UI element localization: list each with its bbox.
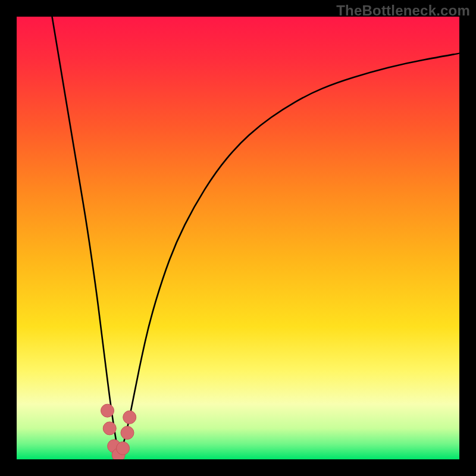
plot-svg — [17, 17, 459, 459]
marker-dot — [123, 411, 136, 424]
gradient-background — [17, 17, 459, 459]
marker-dot — [101, 404, 114, 417]
marker-dot — [121, 426, 134, 439]
marker-dot — [103, 422, 116, 435]
watermark-text: TheBottleneck.com — [336, 2, 470, 19]
outer-frame: TheBottleneck.com — [0, 0, 476, 476]
marker-dot — [117, 441, 130, 455]
plot-area — [17, 17, 459, 459]
